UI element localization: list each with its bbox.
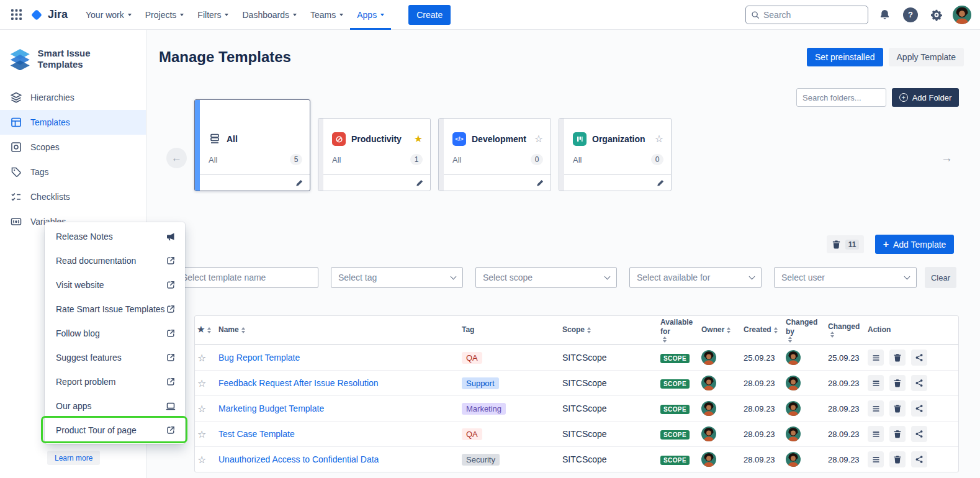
learn-more-button[interactable]: Learn more	[47, 451, 100, 465]
template-name-link[interactable]: Bug Report Template	[218, 353, 462, 363]
favorite-star-icon[interactable]: ☆	[197, 454, 218, 466]
template-name-link[interactable]: Test Case Template	[218, 429, 462, 439]
changed-by-avatar[interactable]	[786, 426, 801, 441]
template-name-link[interactable]: Unauthorized Access to Confidential Data	[218, 454, 462, 464]
row-delete-button[interactable]	[889, 400, 906, 417]
row-menu-button[interactable]	[868, 349, 884, 366]
app-switcher-icon[interactable]	[6, 5, 26, 25]
owner-avatar[interactable]	[701, 376, 716, 390]
clear-filters-button[interactable]: Clear	[925, 267, 956, 288]
share-icon	[915, 404, 924, 413]
column-header-available-for[interactable]: Available for	[660, 318, 701, 343]
column-header-created[interactable]: Created	[744, 325, 786, 335]
nav-apps[interactable]: Apps	[350, 0, 391, 30]
carousel-prev-button[interactable]: ←	[166, 148, 187, 168]
row-menu-button[interactable]	[868, 400, 884, 417]
column-header-changed-by[interactable]: Changed by	[786, 318, 828, 343]
row-delete-button[interactable]	[889, 451, 906, 467]
row-share-button[interactable]	[911, 349, 927, 366]
folder-card-organization[interactable]: Organization All 0	[559, 118, 672, 191]
template-name-filter-input[interactable]	[174, 267, 318, 288]
row-menu-button[interactable]	[868, 451, 884, 467]
menu-item-our-apps[interactable]: Our apps	[45, 394, 185, 418]
row-share-button[interactable]	[911, 400, 927, 417]
menu-item-suggest-features[interactable]: Suggest features	[45, 345, 185, 369]
folder-card-development[interactable]: </> Development All 0	[438, 118, 551, 191]
nav-your-work[interactable]: Your work	[79, 0, 138, 30]
sidebar-item-tags[interactable]: Tags	[0, 160, 146, 184]
tag-filter-select[interactable]: Select tag	[331, 267, 463, 288]
nav-filters[interactable]: Filters	[191, 0, 235, 30]
owner-avatar[interactable]	[701, 350, 716, 365]
add-folder-button[interactable]: + Add Folder	[892, 88, 959, 107]
changed-by-avatar[interactable]	[786, 376, 801, 390]
bulk-delete-button[interactable]: 11	[827, 235, 864, 253]
carousel-next-button[interactable]: →	[937, 148, 957, 168]
changed-by-avatar[interactable]	[786, 452, 801, 467]
sidebar-item-scopes[interactable]: Scopes	[0, 135, 146, 160]
sidebar-item-templates[interactable]: Templates	[0, 110, 146, 135]
folder-card-all[interactable]: All All 5	[194, 99, 310, 191]
column-header-favorite[interactable]: ★	[197, 325, 218, 335]
settings-gear-icon[interactable]	[927, 5, 946, 25]
apply-template-button[interactable]: Apply Template	[889, 48, 964, 66]
nav-dashboards[interactable]: Dashboards	[235, 0, 303, 30]
row-share-button[interactable]	[911, 375, 927, 391]
notifications-bell-icon[interactable]	[874, 5, 894, 25]
menu-item-release-notes[interactable]: Release Notes	[45, 224, 185, 248]
owner-avatar[interactable]	[701, 426, 716, 441]
menu-item-visit-website[interactable]: Visit website	[45, 273, 185, 297]
favorite-star-icon[interactable]: ☆	[197, 352, 218, 364]
row-delete-button[interactable]	[889, 426, 906, 442]
column-header-name[interactable]: Name	[218, 325, 462, 335]
nav-projects[interactable]: Projects	[138, 0, 191, 30]
favorite-star-icon[interactable]: ☆	[197, 428, 218, 440]
set-preinstalled-button[interactable]: Set preinstalled	[807, 48, 883, 66]
folder-card-productivity[interactable]: Productivity All 1	[318, 118, 431, 191]
changed-by-avatar[interactable]	[786, 401, 801, 416]
help-icon[interactable]: ?	[901, 5, 920, 25]
menu-item-read-documentation[interactable]: Read documentation	[45, 248, 185, 273]
scope-filter-select[interactable]: Select scope	[475, 267, 617, 288]
row-share-button[interactable]	[911, 426, 927, 442]
edit-pencil-icon[interactable]	[295, 179, 303, 187]
favorite-star-icon[interactable]	[655, 134, 663, 144]
created-date: 28.09.23	[744, 404, 786, 413]
folder-search-input[interactable]	[796, 88, 886, 107]
edit-pencil-icon[interactable]	[415, 179, 424, 187]
template-name-link[interactable]: Marketing Budget Template	[218, 404, 462, 413]
favorite-star-icon[interactable]	[414, 134, 423, 144]
menu-item-report-problem[interactable]: Report problem	[45, 369, 185, 394]
favorite-star-icon[interactable]	[534, 134, 543, 144]
favorite-star-icon[interactable]: ☆	[197, 377, 218, 389]
row-delete-button[interactable]	[889, 349, 906, 366]
sidebar-item-hierarchies[interactable]: Hierarchies	[0, 85, 146, 110]
user-avatar[interactable]	[953, 6, 971, 24]
row-delete-button[interactable]	[889, 375, 906, 391]
user-filter-select[interactable]: Select user	[774, 267, 917, 288]
row-share-button[interactable]	[911, 451, 927, 467]
changed-by-avatar[interactable]	[786, 350, 801, 365]
jira-logo[interactable]: Jira	[30, 8, 68, 22]
edit-pencil-icon[interactable]	[656, 179, 665, 187]
edit-pencil-icon[interactable]	[536, 179, 544, 187]
create-button[interactable]: Create	[408, 5, 451, 25]
row-menu-button[interactable]	[868, 375, 884, 391]
sidebar-item-checklists[interactable]: Checklists	[0, 184, 146, 209]
template-name-link[interactable]: Feedback Request After Issue Resolution	[218, 378, 462, 388]
row-menu-button[interactable]	[868, 426, 884, 442]
search-input[interactable]	[763, 10, 856, 20]
menu-item-follow-blog[interactable]: Follow blog	[45, 321, 185, 345]
global-search[interactable]	[745, 6, 868, 24]
available-for-filter-select[interactable]: Select available for	[629, 267, 762, 288]
favorite-star-icon[interactable]: ☆	[197, 403, 218, 415]
add-template-button[interactable]: + Add Template	[875, 235, 954, 254]
column-header-scope[interactable]: Scope	[562, 325, 660, 335]
nav-teams[interactable]: Teams	[303, 0, 350, 30]
menu-item-rate-app[interactable]: Rate Smart Issue Templates	[45, 297, 185, 321]
column-header-changed[interactable]: Changed	[828, 322, 868, 338]
menu-item-product-tour[interactable]: Product Tour of page	[45, 418, 185, 442]
owner-avatar[interactable]	[701, 452, 716, 467]
column-header-owner[interactable]: Owner	[701, 325, 744, 335]
owner-avatar[interactable]	[701, 401, 716, 416]
